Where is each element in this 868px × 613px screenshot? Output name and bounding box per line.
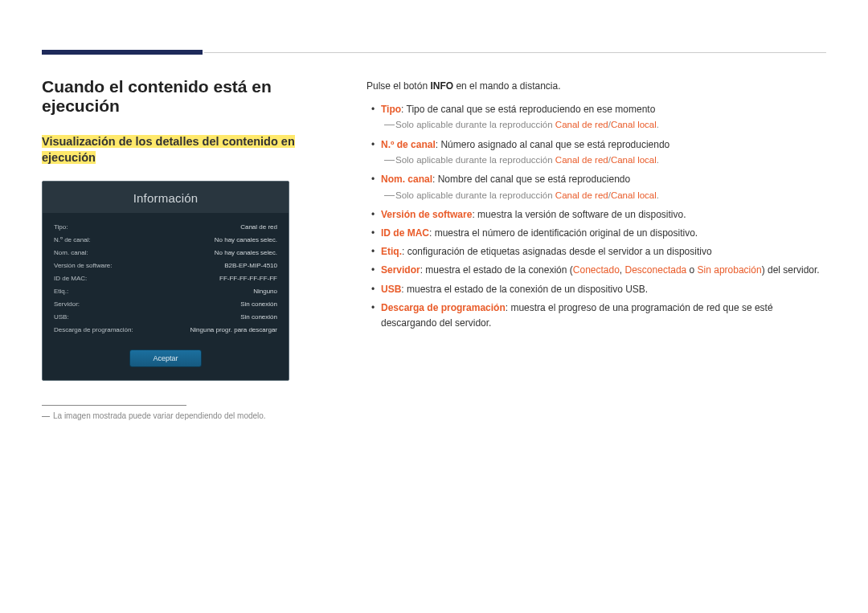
sub-ch1: Canal de red: [555, 190, 608, 200]
highlighted-line-2: ejecución: [42, 151, 96, 164]
info-key: ID de MAC:: [54, 275, 87, 282]
sub-dot: .: [657, 120, 659, 129]
info-value: No hay canales selec.: [215, 249, 277, 256]
header-divider: [204, 52, 826, 53]
info-panel-title: Información: [43, 182, 289, 213]
info-key: USB:: [54, 313, 69, 321]
info-value: Ninguna progr. para descargar: [190, 326, 277, 333]
info-panel: Información Tipo:Canal de red N.º de can…: [42, 181, 289, 381]
list-item: Servidor: muestra el estado de la conexi…: [366, 263, 826, 278]
info-value: No hay canales selec.: [215, 236, 277, 243]
list-item: ID de MAC: muestra el número de identifi…: [366, 226, 826, 241]
dash-icon: ―: [384, 152, 395, 169]
info-row: USB:Sin conexión: [54, 311, 277, 324]
term-label: Versión de software: [381, 209, 472, 220]
sub-ch2: Canal local: [611, 120, 657, 129]
list-item: Descarga de programación: muestra el pro…: [366, 300, 826, 331]
term-text: : Número asignado al canal que se está r…: [436, 139, 670, 150]
highlighted-line-1: Visualización de los detalles del conten…: [42, 135, 295, 148]
state-2: Desconectada: [625, 264, 687, 276]
sub-dot: .: [657, 155, 659, 165]
list-item: Versión de software: muestra la versión …: [366, 207, 826, 223]
term-text: : muestra la versión de software de un d…: [472, 209, 686, 220]
term-pre: : muestra el estado de la conexión (: [420, 264, 573, 276]
info-row: Etiq.:Ninguno: [54, 285, 277, 298]
term-label: Nom. canal: [381, 174, 432, 185]
term-label: Etiq.: [381, 246, 402, 257]
header-accent-bar: [42, 50, 203, 55]
info-key: Tipo:: [54, 223, 68, 231]
list-item: Nom. canal: Nombre del canal que se está…: [366, 172, 826, 202]
info-key: Descarga de programación:: [54, 326, 133, 333]
sub-pre: Solo aplicable durante la reproducción: [395, 190, 555, 200]
sub-ch2: Canal local: [611, 190, 657, 200]
left-column: Cuando el contenido está en ejecución Vi…: [42, 77, 347, 420]
term-label: USB: [381, 284, 401, 295]
state-1: Conectado: [573, 264, 620, 276]
sub-pre: Solo aplicable durante la reproducción: [395, 120, 555, 129]
info-key: Versión de software:: [54, 262, 112, 269]
sub-ch1: Canal de red: [555, 155, 608, 165]
info-value: Ninguno: [253, 288, 277, 295]
page-content: Cuando el contenido está en ejecución Vi…: [42, 77, 826, 420]
sub-ch2: Canal local: [611, 155, 657, 165]
term-text: : Nombre del canal que se está reproduci…: [432, 174, 630, 185]
term-label: Descarga de programación: [381, 302, 506, 313]
footnote-text: La imagen mostrada puede variar dependie…: [53, 411, 266, 420]
term-text: : muestra el estado de la conexión de un…: [401, 284, 648, 295]
intro-post: en el mando a distancia.: [453, 80, 560, 92]
info-row: Versión de software:B2B-EP-MIP-4510: [54, 260, 277, 272]
footnote: ―La imagen mostrada puede variar dependi…: [42, 411, 347, 420]
info-row: Servidor:Sin conexión: [54, 298, 277, 311]
list-item: USB: muestra el estado de la conexión de…: [366, 282, 826, 297]
list-item: Tipo: Tipo de canal que se está reproduc…: [366, 102, 826, 133]
info-panel-footer: Aceptar: [43, 341, 289, 380]
term-post: ) del servidor.: [762, 264, 820, 276]
info-key: Nom. canal:: [54, 249, 88, 256]
sub-note: ―Solo aplicable durante la reproducción …: [381, 117, 826, 132]
intro-line: Pulse el botón INFO en el mando a distan…: [366, 79, 826, 94]
term-label: Tipo: [381, 104, 401, 115]
info-value: B2B-EP-MIP-4510: [224, 262, 277, 269]
section-subtitle: Visualización de los detalles del conten…: [42, 133, 347, 166]
info-row: ID de MAC:FF-FF-FF-FF-FF-FF: [54, 272, 277, 285]
page-title: Cuando el contenido está en ejecución: [42, 77, 347, 116]
info-key: Etiq.:: [54, 288, 68, 295]
info-panel-body: Tipo:Canal de red N.º de canal:No hay ca…: [43, 213, 289, 341]
state-3: Sin aprobación: [698, 264, 762, 276]
info-value: Canal de red: [240, 223, 277, 231]
right-column: Pulse el botón INFO en el mando a distan…: [366, 77, 826, 420]
dash-icon: ―: [42, 411, 50, 420]
term-label: ID de MAC: [381, 227, 429, 239]
accept-button[interactable]: Aceptar: [129, 349, 201, 367]
term-text: : configuración de etiquetas asignadas d…: [402, 246, 712, 257]
info-value: Sin conexión: [240, 300, 277, 308]
intro-pre: Pulse el botón: [366, 80, 430, 92]
intro-bold: INFO: [430, 80, 453, 92]
info-row: Nom. canal:No hay canales selec.: [54, 247, 277, 260]
sub-dot: .: [657, 190, 659, 200]
info-value: Sin conexión: [240, 313, 277, 321]
comma: ,: [620, 264, 625, 276]
or: o: [686, 264, 697, 276]
info-key: Servidor:: [54, 300, 80, 308]
term-label: Servidor: [381, 264, 420, 276]
list-item: N.º de canal: Número asignado al canal q…: [366, 137, 826, 168]
term-label: N.º de canal: [381, 139, 436, 150]
info-key: N.º de canal:: [54, 236, 91, 243]
term-text: : Tipo de canal que se está reproduciend…: [401, 104, 655, 115]
list-item: Etiq.: configuración de etiquetas asigna…: [366, 244, 826, 260]
dash-icon: ―: [384, 187, 395, 204]
sub-ch1: Canal de red: [555, 120, 608, 129]
term-text: : muestra el número de identificación or…: [429, 227, 698, 239]
dash-icon: ―: [384, 116, 395, 133]
info-row: N.º de canal:No hay canales selec.: [54, 234, 277, 247]
description-list: Tipo: Tipo de canal que se está reproduc…: [366, 102, 826, 331]
info-value: FF-FF-FF-FF-FF-FF: [219, 275, 277, 282]
sub-note: ―Solo aplicable durante la reproducción …: [381, 188, 826, 202]
footnote-divider: [42, 405, 186, 406]
info-row: Tipo:Canal de red: [54, 221, 277, 234]
info-row: Descarga de programación:Ninguna progr. …: [54, 324, 277, 337]
sub-pre: Solo aplicable durante la reproducción: [395, 155, 555, 165]
sub-note: ―Solo aplicable durante la reproducción …: [381, 153, 826, 167]
